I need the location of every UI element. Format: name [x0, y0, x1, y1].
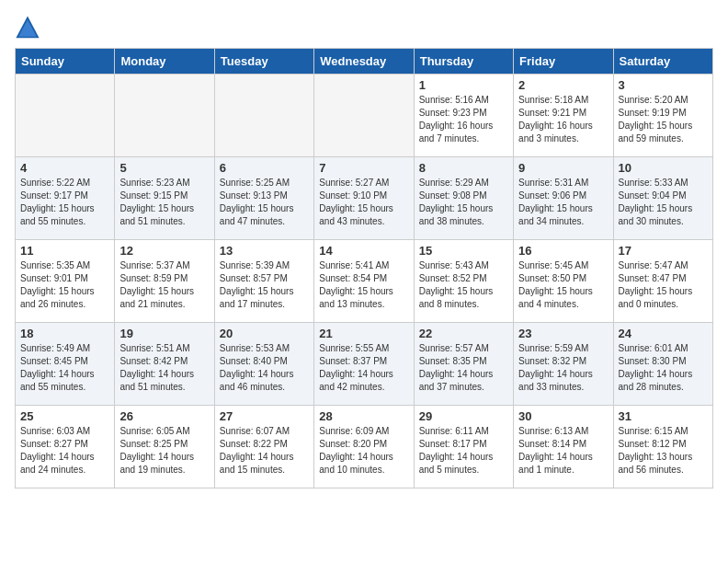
calendar-week-row-2: 4Sunrise: 5:22 AM Sunset: 9:17 PM Daylig…	[16, 157, 713, 240]
day-info: Sunrise: 5:49 AM Sunset: 8:45 PM Dayligh…	[20, 342, 109, 394]
calendar-cell: 9Sunrise: 5:31 AM Sunset: 9:06 PM Daylig…	[514, 157, 613, 240]
calendar-cell: 22Sunrise: 5:57 AM Sunset: 8:35 PM Dayli…	[414, 323, 513, 406]
calendar-cell: 7Sunrise: 5:27 AM Sunset: 9:10 PM Daylig…	[314, 157, 414, 240]
calendar-week-row-3: 11Sunrise: 5:35 AM Sunset: 9:01 PM Dayli…	[16, 240, 713, 323]
day-number: 11	[20, 244, 109, 258]
weekday-header-friday: Friday	[514, 49, 613, 75]
day-info: Sunrise: 5:37 AM Sunset: 8:59 PM Dayligh…	[119, 259, 209, 311]
calendar-cell: 26Sunrise: 6:05 AM Sunset: 8:25 PM Dayli…	[115, 406, 214, 488]
day-number: 25	[20, 409, 109, 423]
day-info: Sunrise: 5:33 AM Sunset: 9:04 PM Dayligh…	[619, 177, 708, 228]
calendar-cell: 28Sunrise: 6:09 AM Sunset: 8:20 PM Dayli…	[314, 406, 414, 488]
calendar-cell	[214, 75, 313, 157]
calendar-cell: 27Sunrise: 6:07 AM Sunset: 8:22 PM Dayli…	[214, 406, 313, 488]
calendar-cell: 14Sunrise: 5:41 AM Sunset: 8:54 PM Dayli…	[314, 240, 414, 323]
calendar-cell: 10Sunrise: 5:33 AM Sunset: 9:04 PM Dayli…	[613, 157, 712, 240]
calendar-cell: 5Sunrise: 5:23 AM Sunset: 9:15 PM Daylig…	[115, 157, 214, 240]
day-number: 3	[619, 78, 708, 92]
day-number: 23	[518, 327, 608, 340]
day-number: 16	[518, 244, 608, 258]
calendar-cell: 12Sunrise: 5:37 AM Sunset: 8:59 PM Dayli…	[115, 240, 214, 323]
calendar-cell: 18Sunrise: 5:49 AM Sunset: 8:45 PM Dayli…	[16, 323, 115, 406]
day-number: 5	[119, 161, 209, 175]
calendar-week-row-5: 25Sunrise: 6:03 AM Sunset: 8:27 PM Dayli…	[16, 406, 713, 488]
day-number: 24	[619, 327, 708, 340]
calendar-cell: 3Sunrise: 5:20 AM Sunset: 9:19 PM Daylig…	[613, 75, 712, 157]
calendar-cell	[115, 75, 214, 157]
calendar-week-row-4: 18Sunrise: 5:49 AM Sunset: 8:45 PM Dayli…	[16, 323, 713, 406]
day-number: 6	[220, 161, 309, 175]
day-number: 21	[319, 327, 408, 340]
day-number: 28	[319, 409, 408, 423]
calendar-cell	[16, 75, 115, 157]
calendar-cell: 2Sunrise: 5:18 AM Sunset: 9:21 PM Daylig…	[514, 75, 613, 157]
calendar-cell: 24Sunrise: 6:01 AM Sunset: 8:30 PM Dayli…	[613, 323, 712, 406]
calendar-week-row-1: 1Sunrise: 5:16 AM Sunset: 9:23 PM Daylig…	[16, 75, 713, 157]
day-info: Sunrise: 5:51 AM Sunset: 8:42 PM Dayligh…	[119, 342, 209, 394]
calendar-cell: 17Sunrise: 5:47 AM Sunset: 8:47 PM Dayli…	[613, 240, 712, 323]
calendar-cell: 30Sunrise: 6:13 AM Sunset: 8:14 PM Dayli…	[514, 406, 613, 488]
day-info: Sunrise: 5:45 AM Sunset: 8:50 PM Dayligh…	[518, 259, 608, 311]
page-header	[15, 15, 713, 40]
day-number: 1	[419, 78, 508, 92]
day-info: Sunrise: 6:15 AM Sunset: 8:12 PM Dayligh…	[619, 425, 708, 477]
calendar-cell: 19Sunrise: 5:51 AM Sunset: 8:42 PM Dayli…	[115, 323, 214, 406]
calendar-cell: 31Sunrise: 6:15 AM Sunset: 8:12 PM Dayli…	[613, 406, 712, 488]
calendar-cell: 21Sunrise: 5:55 AM Sunset: 8:37 PM Dayli…	[314, 323, 414, 406]
day-info: Sunrise: 5:18 AM Sunset: 9:21 PM Dayligh…	[518, 94, 608, 145]
day-info: Sunrise: 5:23 AM Sunset: 9:15 PM Dayligh…	[119, 177, 209, 228]
day-info: Sunrise: 6:01 AM Sunset: 8:30 PM Dayligh…	[619, 342, 708, 394]
calendar-cell: 23Sunrise: 5:59 AM Sunset: 8:32 PM Dayli…	[514, 323, 613, 406]
day-info: Sunrise: 5:41 AM Sunset: 8:54 PM Dayligh…	[319, 259, 408, 311]
calendar-cell: 1Sunrise: 5:16 AM Sunset: 9:23 PM Daylig…	[414, 75, 513, 157]
day-info: Sunrise: 6:03 AM Sunset: 8:27 PM Dayligh…	[20, 425, 109, 477]
day-number: 18	[20, 327, 109, 340]
day-number: 30	[518, 409, 608, 423]
calendar-cell	[314, 75, 414, 157]
day-info: Sunrise: 6:11 AM Sunset: 8:17 PM Dayligh…	[419, 425, 508, 477]
calendar-cell: 25Sunrise: 6:03 AM Sunset: 8:27 PM Dayli…	[16, 406, 115, 488]
day-number: 29	[419, 409, 508, 423]
day-info: Sunrise: 6:07 AM Sunset: 8:22 PM Dayligh…	[220, 425, 309, 477]
day-number: 22	[419, 327, 508, 340]
day-info: Sunrise: 5:20 AM Sunset: 9:19 PM Dayligh…	[619, 94, 708, 145]
calendar-cell: 16Sunrise: 5:45 AM Sunset: 8:50 PM Dayli…	[514, 240, 613, 323]
day-info: Sunrise: 5:43 AM Sunset: 8:52 PM Dayligh…	[419, 259, 508, 311]
day-number: 27	[220, 409, 309, 423]
day-number: 9	[518, 161, 608, 175]
day-info: Sunrise: 5:27 AM Sunset: 9:10 PM Dayligh…	[319, 177, 408, 228]
day-number: 31	[619, 409, 708, 423]
weekday-header-tuesday: Tuesday	[214, 49, 313, 75]
day-number: 13	[220, 244, 309, 258]
day-info: Sunrise: 5:22 AM Sunset: 9:17 PM Dayligh…	[20, 177, 109, 228]
day-number: 2	[518, 78, 608, 92]
day-info: Sunrise: 5:57 AM Sunset: 8:35 PM Dayligh…	[419, 342, 508, 394]
day-number: 26	[119, 409, 209, 423]
weekday-header-thursday: Thursday	[414, 49, 513, 75]
day-number: 7	[319, 161, 408, 175]
day-info: Sunrise: 5:55 AM Sunset: 8:37 PM Dayligh…	[319, 342, 408, 394]
day-info: Sunrise: 5:53 AM Sunset: 8:40 PM Dayligh…	[220, 342, 309, 394]
day-number: 17	[619, 244, 708, 258]
generalblue-logo-icon	[15, 15, 40, 40]
calendar-table: SundayMondayTuesdayWednesdayThursdayFrid…	[15, 48, 713, 488]
day-info: Sunrise: 5:29 AM Sunset: 9:08 PM Dayligh…	[419, 177, 508, 228]
day-info: Sunrise: 5:16 AM Sunset: 9:23 PM Dayligh…	[419, 94, 508, 145]
calendar-cell: 20Sunrise: 5:53 AM Sunset: 8:40 PM Dayli…	[214, 323, 313, 406]
day-number: 14	[319, 244, 408, 258]
day-number: 19	[119, 327, 209, 340]
day-info: Sunrise: 6:09 AM Sunset: 8:20 PM Dayligh…	[319, 425, 408, 477]
day-info: Sunrise: 5:31 AM Sunset: 9:06 PM Dayligh…	[518, 177, 608, 228]
logo	[15, 15, 44, 40]
day-number: 8	[419, 161, 508, 175]
day-number: 4	[20, 161, 109, 175]
calendar-cell: 8Sunrise: 5:29 AM Sunset: 9:08 PM Daylig…	[414, 157, 513, 240]
day-info: Sunrise: 5:39 AM Sunset: 8:57 PM Dayligh…	[220, 259, 309, 311]
day-number: 12	[119, 244, 209, 258]
weekday-header-wednesday: Wednesday	[314, 49, 414, 75]
day-number: 15	[419, 244, 508, 258]
calendar-cell: 6Sunrise: 5:25 AM Sunset: 9:13 PM Daylig…	[214, 157, 313, 240]
weekday-header-monday: Monday	[115, 49, 214, 75]
day-number: 20	[220, 327, 309, 340]
calendar-cell: 13Sunrise: 5:39 AM Sunset: 8:57 PM Dayli…	[214, 240, 313, 323]
